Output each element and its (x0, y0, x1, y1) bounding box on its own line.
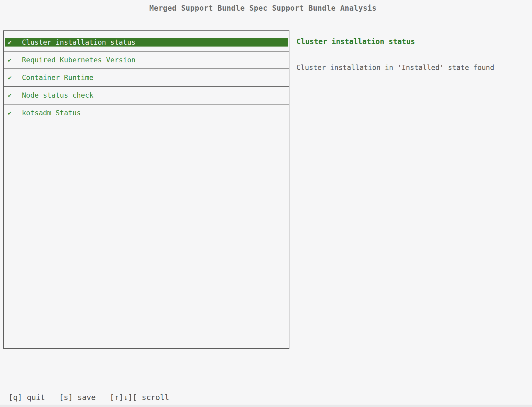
detail-body-text: Cluster installation in 'Installed' stat… (296, 64, 494, 71)
list-item[interactable]: ✔ kotsadm Status (5, 109, 288, 117)
check-icon: ✔ (8, 73, 15, 82)
check-icon: ✔ (8, 56, 15, 64)
detail-heading: Cluster installation status (296, 37, 415, 46)
scroll-key-hint: [↑]↓][ scroll (110, 393, 169, 402)
list-separator (4, 51, 289, 52)
save-key-hint: [s] save (59, 393, 95, 402)
list-item-label: Required Kubernetes Version (22, 56, 136, 64)
list-item-label: Container Runtime (22, 74, 93, 82)
list-item-label: Cluster installation status (22, 38, 136, 46)
list-item[interactable]: ✔ Node status check (5, 91, 288, 99)
check-icon: ✔ (8, 91, 15, 99)
list-item-label: Node status check (22, 91, 93, 99)
list-item[interactable]: ✔ Container Runtime (5, 73, 288, 82)
list-separator (4, 68, 289, 69)
list-separator (4, 86, 289, 87)
analyzer-list: ✔ Cluster installation status ✔ Required… (3, 30, 289, 349)
list-separator (4, 104, 289, 105)
list-item[interactable]: ✔ Cluster installation status (5, 38, 288, 47)
list-item-label: kotsadm Status (22, 109, 81, 117)
check-icon: ✔ (8, 38, 15, 47)
window-bottom-edge (0, 405, 532, 407)
quit-key-hint: [q] quit (9, 393, 45, 402)
check-icon: ✔ (8, 109, 15, 117)
footer-keybar: [q] quit [s] save [↑]↓][ scroll (9, 393, 169, 402)
list-item[interactable]: ✔ Required Kubernetes Version (5, 56, 288, 64)
page-title: Merged Support Bundle Spec Support Bundl… (0, 4, 526, 12)
